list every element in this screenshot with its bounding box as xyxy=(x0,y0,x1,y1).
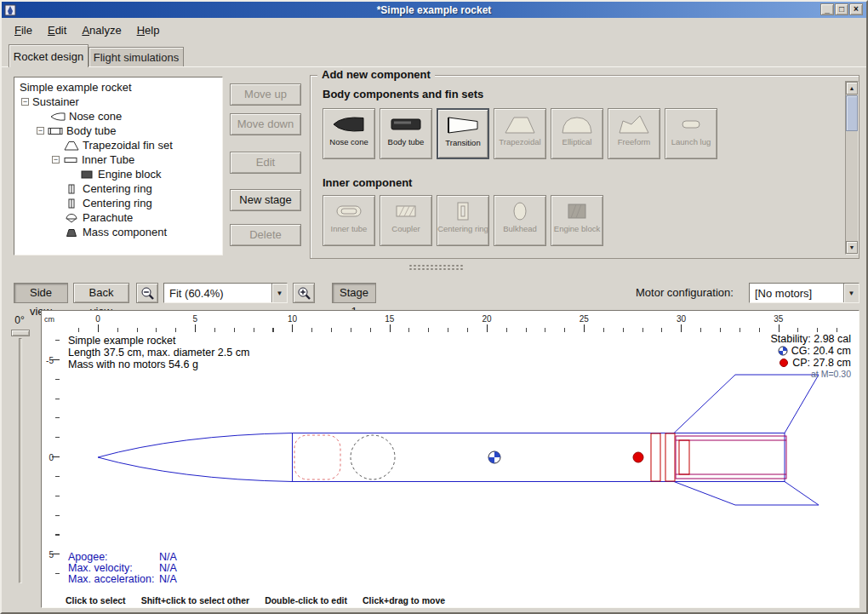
inner-tube-shape[interactable] xyxy=(676,436,786,479)
zoom-out-button[interactable] xyxy=(136,283,158,303)
maximize-button[interactable]: □ xyxy=(835,3,848,15)
max-velocity-label: Max. velocity: xyxy=(68,562,133,574)
h-ruler-label: 0 xyxy=(95,314,100,324)
tree-item-body-tube[interactable]: − Body tube xyxy=(14,123,222,138)
tree-item-nose-cone[interactable]: Nose cone xyxy=(14,109,222,123)
new-stage-button[interactable]: New stage xyxy=(230,189,301,211)
side-view-button[interactable]: Side view xyxy=(14,283,68,303)
stability-text: Stability: 2.98 cal xyxy=(771,333,852,345)
section-body-components: Body components and fin sets xyxy=(323,88,483,100)
rocket-mass-text: Mass with no motors 54.6 g xyxy=(68,359,198,370)
hint-click-select: Click to select xyxy=(66,595,126,605)
menu-analyze[interactable]: Analyze xyxy=(74,21,128,39)
title-bar[interactable]: *Simple example rocket _ □ × xyxy=(2,2,866,18)
add-body-tube-button[interactable]: Body tube xyxy=(380,108,432,159)
section-inner-component: Inner component xyxy=(323,176,412,189)
parachute-shape[interactable] xyxy=(294,435,340,479)
collapse-icon[interactable]: − xyxy=(21,98,29,106)
add-trapezoidal-fin-button[interactable]: Trapezoidal xyxy=(494,108,546,159)
minimize-button[interactable]: _ xyxy=(820,3,834,15)
horizontal-ruler: 0 5 10 15 20 25 30 35 xyxy=(60,313,858,332)
component-tree[interactable]: Simple example rocket − Sustainer Nose c… xyxy=(14,77,223,255)
chevron-down-icon[interactable]: ▼ xyxy=(843,284,859,302)
tree-item-centering-ring-1[interactable]: Centering ring xyxy=(14,181,222,196)
add-freeform-fin-button[interactable]: Freeform xyxy=(608,108,660,159)
menu-edit[interactable]: Edit xyxy=(40,21,74,39)
stage-1-toggle[interactable]: Stage 1 xyxy=(332,283,376,303)
trapezoidal-fin-icon xyxy=(503,113,537,135)
motor-configuration-combo[interactable]: [No motors] ▼ xyxy=(749,283,859,303)
nose-cone-shape[interactable] xyxy=(98,433,293,482)
mass-component-shape[interactable] xyxy=(351,435,395,479)
rocket-drawing[interactable] xyxy=(60,332,859,588)
chevron-down-icon[interactable]: ▼ xyxy=(271,284,287,302)
vertical-ruler: -5 0 5 xyxy=(43,332,60,588)
move-down-button[interactable]: Move down xyxy=(230,113,301,135)
engine-block-icon xyxy=(560,200,594,222)
add-transition-button[interactable]: Transition xyxy=(437,108,489,159)
tree-item-engine-block[interactable]: Engine block xyxy=(14,167,222,181)
add-engine-block-button[interactable]: Engine block xyxy=(551,195,603,246)
fin-lower-shape[interactable] xyxy=(674,482,819,506)
add-centering-ring-button[interactable]: Centering ring xyxy=(437,195,489,246)
zoom-in-button[interactable] xyxy=(293,283,315,303)
tab-rocket-design[interactable]: Rocket design xyxy=(9,44,89,67)
h-ruler-label: 10 xyxy=(288,314,297,324)
scroll-up-icon[interactable]: ▲ xyxy=(846,82,858,95)
magnifier-minus-icon xyxy=(140,286,155,301)
collapse-icon[interactable]: − xyxy=(52,156,60,164)
app-icon[interactable] xyxy=(4,4,16,16)
engine-block-shape[interactable] xyxy=(679,440,689,474)
h-ruler-label: 35 xyxy=(774,314,783,324)
back-view-button[interactable]: Back view xyxy=(73,283,129,303)
menu-file[interactable]: File xyxy=(7,21,40,39)
add-coupler-button[interactable]: Coupler xyxy=(380,195,432,246)
nosecone-icon xyxy=(50,112,66,122)
tab-flight-simulations[interactable]: Flight simulations xyxy=(89,47,184,66)
tree-item-trapezoidal-fin-set[interactable]: Trapezoidal fin set xyxy=(14,138,222,152)
move-up-button[interactable]: Move up xyxy=(230,83,301,106)
h-ruler-label: 30 xyxy=(677,314,686,324)
cp-legend: CP: 27.8 cm xyxy=(779,357,851,369)
add-bulkhead-button[interactable]: Bulkhead xyxy=(494,195,546,246)
tree-item-centering-ring-2[interactable]: Centering ring xyxy=(14,196,222,210)
scroll-down-icon[interactable]: ▼ xyxy=(846,241,858,254)
rotation-slider-thumb[interactable] xyxy=(11,330,30,336)
freeform-fin-icon xyxy=(617,113,651,135)
bodytube-icon xyxy=(48,126,63,136)
rotation-slider-track[interactable] xyxy=(19,338,22,583)
cp-symbol xyxy=(779,358,789,368)
fin-icon xyxy=(64,141,79,151)
edit-button[interactable]: Edit xyxy=(230,152,301,174)
hint-click-drag: Click+drag to move xyxy=(363,595,445,605)
engine-block-icon xyxy=(79,169,94,180)
zoom-level-combo[interactable]: Fit (60.4%) ▼ xyxy=(163,283,288,303)
tree-item-rocket[interactable]: Simple example rocket xyxy=(14,80,222,95)
centering-ring-shape[interactable] xyxy=(665,433,675,481)
component-scrollbar[interactable]: ▲ ▼ xyxy=(845,81,859,255)
scrollbar-thumb[interactable] xyxy=(846,95,858,131)
motor-configuration-value: [No motors] xyxy=(750,287,843,300)
add-component-group: Add new component Body components and fi… xyxy=(310,75,859,259)
menu-help[interactable]: Help xyxy=(129,21,168,39)
centering-ring-shape[interactable] xyxy=(651,433,660,481)
cg-symbol xyxy=(488,451,500,463)
fin-upper-shape[interactable] xyxy=(674,375,819,433)
collapse-icon[interactable]: − xyxy=(37,127,44,135)
add-elliptical-fin-button[interactable]: Elliptical xyxy=(551,108,603,159)
tree-item-inner-tube[interactable]: − Inner Tube xyxy=(14,152,222,167)
close-button[interactable]: × xyxy=(849,3,863,15)
tree-item-sustainer[interactable]: − Sustainer xyxy=(14,95,222,109)
menu-bar: File Edit Analyze Help xyxy=(2,20,866,40)
splitter-handle[interactable] xyxy=(408,264,463,271)
tree-item-mass-component[interactable]: Mass component xyxy=(14,225,222,239)
add-nose-cone-button[interactable]: Nose cone xyxy=(323,108,375,159)
add-inner-tube-button[interactable]: Inner tube xyxy=(323,195,375,246)
group-title: Add new component xyxy=(317,68,435,81)
v-ruler-label: 0 xyxy=(49,453,54,462)
max-acceleration-label: Max. acceleration: xyxy=(68,573,154,585)
h-ruler-label: 25 xyxy=(580,314,589,324)
delete-button[interactable]: Delete xyxy=(230,224,301,246)
add-launch-lug-button[interactable]: Launch lug xyxy=(665,108,717,159)
tree-item-parachute[interactable]: Parachute xyxy=(14,210,222,225)
